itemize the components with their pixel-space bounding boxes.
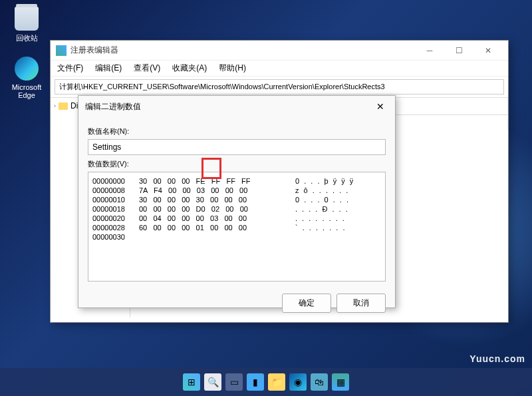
edge-label: Microsoft Edge [7,83,47,99]
ok-button[interactable]: 确定 [282,294,331,313]
menu-edit[interactable]: 编辑(E) [92,61,124,75]
menu-fav[interactable]: 收藏夹(A) [170,61,209,75]
close-button[interactable]: ✕ [473,41,503,60]
edge-taskbar-icon[interactable]: ◉ [289,373,307,391]
name-label: 数值名称(N): [88,126,386,136]
taskbar-search-icon[interactable]: 🔍 [204,373,221,391]
menu-view[interactable]: 查看(V) [131,61,163,75]
name-input[interactable] [88,139,386,155]
dialog-title: 编辑二进制数值 [85,101,141,112]
store-icon[interactable]: 🛍 [311,373,328,391]
menu-help[interactable]: 帮助(H) [216,61,249,75]
taskbar: ⊞ 🔍 ▭ ▮ 📁 ◉ 🛍 ▦ [0,368,532,396]
edit-binary-dialog: 编辑二进制数值 ✕ 数值名称(N): 数值数据(V): 0000000030 0… [78,95,396,308]
maximize-button[interactable]: ☐ [444,41,473,60]
explorer-icon[interactable]: 📁 [268,373,285,391]
hex-row[interactable]: 0000001030 00 00 00 30 00 00 000 . . . 0… [92,195,381,204]
menu-bar: 文件(F) 编辑(E) 查看(V) 收藏夹(A) 帮助(H) [51,61,508,77]
recycle-bin-label: 回收站 [16,33,38,43]
chevron-right-icon: › [54,102,56,109]
desktop-recycle-bin[interactable]: 回收站 [7,7,47,43]
hex-row[interactable]: 0000002000 04 00 00 00 03 00 00. . . . .… [92,214,381,223]
recycle-bin-icon [15,7,39,31]
data-label: 数值数据(V): [88,159,386,169]
hex-row[interactable]: 0000002860 00 00 00 01 00 00 00` . . . .… [92,223,381,232]
widgets-icon[interactable]: ▮ [247,373,264,391]
regedit-icon [56,45,66,56]
address-bar[interactable]: 计算机\HKEY_CURRENT_USER\Software\Microsoft… [55,79,504,95]
edge-icon [15,57,39,81]
menu-file[interactable]: 文件(F) [55,61,86,75]
title-bar: 注册表编辑器 ─ ☐ ✕ [51,41,508,61]
cancel-button[interactable]: 取消 [336,294,386,313]
folder-icon [59,102,68,110]
hex-row[interactable]: 00000030 [92,232,381,242]
window-title: 注册表编辑器 [70,45,415,56]
dialog-close-button[interactable]: ✕ [372,100,388,113]
task-view-icon[interactable]: ▭ [225,373,243,391]
hex-row[interactable]: 000000087A F4 00 00 03 00 00 00z ô . . .… [92,186,381,195]
watermark: Yuucn.com [469,353,525,364]
start-button[interactable]: ⊞ [183,373,200,391]
desktop-edge[interactable]: Microsoft Edge [7,57,47,99]
hex-row[interactable]: 0000001800 00 00 00 D0 02 00 00. . . . Ð… [92,204,381,214]
minimize-button[interactable]: ─ [415,41,444,60]
hex-editor[interactable]: 0000000030 00 00 00 FE FF FF FF0 . . . þ… [88,172,386,282]
hex-row[interactable]: 0000000030 00 00 00 FE FF FF FF0 . . . þ… [92,176,381,186]
regedit-taskbar-icon[interactable]: ▦ [332,373,349,391]
